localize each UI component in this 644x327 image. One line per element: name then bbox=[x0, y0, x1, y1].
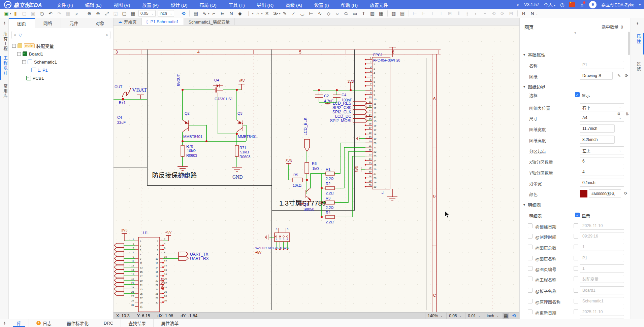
draw-line-icon[interactable]: ∕ bbox=[290, 10, 298, 17]
sheet-symbol-icon[interactable]: ▤ bbox=[398, 10, 407, 17]
schematic-label[interactable]: 2.2Ω bbox=[326, 220, 334, 224]
collapse-arrow-icon[interactable]: ▼ bbox=[574, 31, 577, 35]
pin-icon[interactable]: 🖈 bbox=[636, 22, 640, 26]
tab-元件[interactable]: 元件 bbox=[61, 18, 87, 28]
attr-show-checkbox[interactable] bbox=[528, 256, 533, 260]
place-text-icon[interactable]: T bbox=[360, 10, 368, 17]
schematic-label[interactable]: 5 bbox=[287, 228, 289, 231]
明细表-checkbox[interactable]: ✓ bbox=[575, 213, 580, 217]
draw-pen-icon[interactable]: ✎ bbox=[281, 10, 289, 17]
X轴分区数量-input[interactable]: 6 bbox=[580, 157, 624, 165]
schematic-label[interactable]: C bbox=[433, 293, 436, 297]
scrollbar[interactable] bbox=[628, 32, 630, 55]
schematic-label[interactable]: R0603 bbox=[186, 153, 197, 157]
place-netport-icon[interactable]: ⌂ bbox=[254, 10, 262, 17]
group-icon[interactable]: ⊟ bbox=[507, 10, 515, 17]
bottom-tab-查找结果[interactable]: 查找结果 bbox=[121, 319, 154, 327]
tree-item-1-P1[interactable]: 1. P1 bbox=[9, 66, 113, 74]
schematic-label[interactable]: 22uF bbox=[117, 120, 126, 124]
alt-grid-select[interactable]: 0.01⌄ bbox=[465, 313, 483, 319]
tab-properties[interactable]: 属性 bbox=[635, 34, 642, 44]
tab-网络[interactable]: 网络 bbox=[35, 18, 61, 28]
schematic-label[interactable]: 4 bbox=[197, 50, 200, 54]
名称-input[interactable]: P1 bbox=[580, 61, 624, 69]
unit-select[interactable]: inch⌄ bbox=[158, 10, 174, 17]
schematic-label[interactable]: 6 bbox=[392, 50, 394, 54]
sidebar-item-common-libs[interactable]: 常用库 bbox=[2, 84, 8, 99]
section-collapse-icon[interactable]: ▼ bbox=[523, 203, 526, 207]
attr-show-checkbox[interactable] bbox=[528, 223, 533, 228]
expander-icon[interactable]: − bbox=[22, 60, 26, 64]
tree-item-Schematic1[interactable]: −Schematic1 bbox=[9, 58, 113, 66]
schematic-label[interactable]: 防反接保护电路 bbox=[152, 172, 197, 179]
attr-value--创建日期[interactable]: 2025-11-10 bbox=[580, 222, 624, 230]
bottom-tab-DRC[interactable]: DRC bbox=[96, 319, 121, 327]
schematic-label[interactable]: C2 bbox=[324, 94, 329, 98]
schematic-label[interactable]: 31 bbox=[381, 191, 384, 194]
zoom-out-icon[interactable]: ⊖ bbox=[94, 10, 102, 17]
filter-icon[interactable]: ▽ bbox=[19, 33, 22, 38]
attr-value--更新日期[interactable]: 2025-11-10 bbox=[580, 308, 624, 316]
schematic-label[interactable]: 5 bbox=[299, 50, 301, 54]
open-folder-icon[interactable]: ▮ bbox=[11, 10, 20, 17]
search-icon[interactable]: ⌕ bbox=[517, 2, 519, 7]
user-dropdown-icon[interactable]: ▾ bbox=[639, 3, 641, 6]
attr-show-checkbox[interactable] bbox=[528, 245, 533, 249]
pin-icon[interactable]: 🖈 bbox=[3, 321, 7, 326]
Y轴分区数量-input[interactable]: 4 bbox=[580, 168, 624, 176]
schematic-label[interactable]: 3V3 bbox=[121, 228, 128, 232]
attr-value-checkbox[interactable] bbox=[574, 223, 578, 228]
reload-canvas-icon[interactable]: ⟲ bbox=[179, 10, 187, 17]
place-component-icon[interactable]: ▤ bbox=[192, 10, 200, 17]
schematic-label[interactable]: FPC-05F-30PH20 bbox=[373, 59, 400, 62]
schematic-label[interactable]: 3 bbox=[116, 50, 118, 54]
pin-icon[interactable]: 🖈 bbox=[3, 21, 7, 26]
find-component-icon[interactable]: ⌕ bbox=[73, 10, 81, 17]
menu-导出-R-[interactable]: 导出 (R) bbox=[256, 1, 275, 9]
menu-帮助-H-[interactable]: 帮助 (H) bbox=[340, 1, 359, 9]
schematic-label[interactable]: 5VOUT bbox=[176, 74, 181, 86]
bottom-tab-库[interactable]: 库 bbox=[9, 319, 29, 327]
menu-工具-T-[interactable]: 工具 (T) bbox=[227, 1, 246, 9]
schematic-label[interactable]: 2.2Ω bbox=[326, 177, 334, 181]
attr-value--创建时间[interactable]: 09:29:16 bbox=[580, 232, 624, 240]
attr-value--更新时间[interactable]: 09:30:45 bbox=[580, 319, 624, 319]
distribute-h-icon[interactable]: ⫴ bbox=[455, 10, 463, 17]
search-box[interactable]: ⌕ ▽ ⌕ bbox=[11, 31, 110, 39]
schematic-label[interactable]: +5V bbox=[238, 79, 245, 83]
place-wire-icon[interactable]: ⌐ bbox=[210, 10, 218, 17]
schematic-label[interactable]: 3V3 bbox=[355, 166, 359, 172]
schematic-label[interactable]: LCD_BLK bbox=[303, 117, 308, 135]
schematic-label[interactable]: 1.3寸屏ST7789 bbox=[279, 199, 326, 207]
schematic-label[interactable]: R1 bbox=[326, 167, 330, 171]
schematic-label[interactable]: SPI2_MOSI bbox=[330, 118, 351, 123]
schematic-label[interactable]: +5V bbox=[255, 251, 261, 254]
account-type[interactable]: 个人 ▾ bbox=[544, 1, 555, 8]
schematic-label[interactable]: 10kΩ bbox=[187, 149, 196, 153]
rotate-cw-icon[interactable]: ⟳ bbox=[498, 10, 507, 17]
place-noconnect-icon[interactable]: ✕ bbox=[263, 10, 271, 17]
schematic-label[interactable]: UART_TX bbox=[190, 252, 208, 257]
schematic-label[interactable]: FPC1 bbox=[373, 53, 383, 57]
schematic-label[interactable]: 3V3 bbox=[286, 159, 292, 163]
align-grid-icon[interactable]: ⊞ bbox=[446, 10, 454, 17]
attr-show-checkbox[interactable] bbox=[528, 266, 533, 271]
schematic-label[interactable]: GND bbox=[232, 175, 243, 180]
place-image-icon[interactable]: ▨ bbox=[368, 10, 377, 17]
draw-wave-icon[interactable]: ∿ bbox=[316, 10, 324, 17]
schematic-label[interactable]: 2 bbox=[279, 238, 281, 241]
schematic-label[interactable]: Q1 bbox=[303, 203, 309, 207]
section-collapse-icon[interactable]: ▼ bbox=[523, 85, 526, 88]
attr-show-checkbox[interactable] bbox=[528, 277, 533, 281]
schematic-label[interactable]: UART_RX bbox=[190, 256, 209, 261]
边框-checkbox[interactable]: ✓ bbox=[575, 92, 580, 97]
schematic-label[interactable]: SPI2_CLK bbox=[332, 110, 351, 114]
schematic-label[interactable]: 1kΩ bbox=[312, 167, 319, 171]
schematic-label[interactable]: 6 bbox=[276, 228, 278, 231]
expander-icon[interactable]: − bbox=[12, 44, 16, 48]
attr-value--原理图名称[interactable]: Schematic1 bbox=[580, 297, 624, 305]
edit-icon[interactable]: ✎ bbox=[617, 73, 621, 78]
place-junction-icon[interactable]: ◆ bbox=[236, 10, 244, 17]
grid-toggle-icon[interactable]: ▦ bbox=[129, 10, 137, 17]
bottom-tab-器件标准化[interactable]: 器件标准化 bbox=[59, 319, 96, 327]
